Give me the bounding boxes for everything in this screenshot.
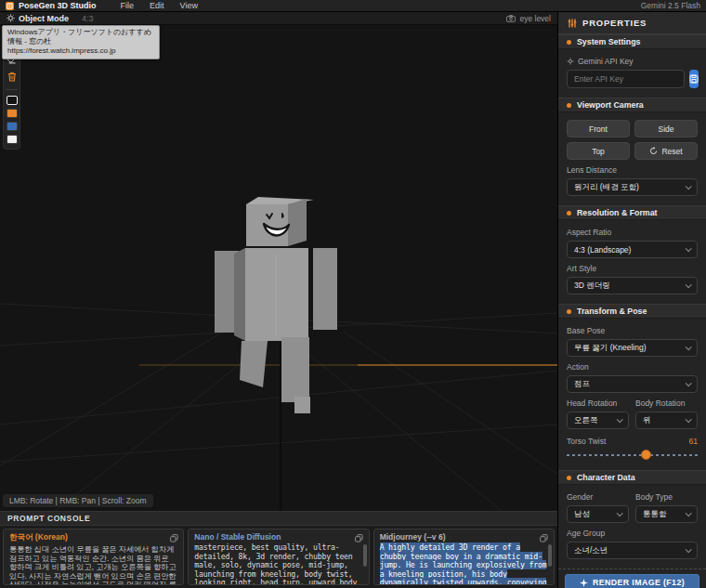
torso-twist-thumb[interactable]	[641, 450, 651, 460]
trash-icon	[7, 72, 17, 82]
eye-level-button[interactable]: eye level	[506, 14, 551, 23]
section-character-data[interactable]: Character Data	[558, 470, 706, 485]
prompt-console-title: PROMPT CONSOLE	[0, 512, 557, 526]
torso-twist-value: 61	[689, 437, 698, 446]
app-window: PoseGen 3D Studio File Edit View Gemini …	[0, 0, 706, 588]
camera-top-button[interactable]: Top	[567, 142, 630, 160]
chevron-down-icon	[686, 416, 692, 423]
scrollbar-thumb[interactable]	[548, 544, 552, 567]
prompt-label-stable-diffusion: Nano / Stable Diffusion	[194, 532, 362, 542]
color-swatch-orange[interactable]	[7, 109, 18, 118]
section-dot-icon	[567, 103, 571, 108]
chevron-down-icon	[686, 245, 692, 252]
sparkle-icon	[580, 579, 588, 587]
eye-level-label: eye level	[519, 14, 551, 23]
base-pose-select[interactable]: 무릎 꿇기 (Kneeling)	[567, 339, 698, 357]
properties-title: PROPERTIES	[582, 18, 647, 28]
aspect-ratio-select[interactable]: 4:3 (Landscape)	[567, 241, 698, 258]
scrollbar-thumb[interactable]	[363, 544, 367, 567]
body-type-label: Body Type	[635, 492, 698, 502]
menu-file[interactable]: File	[121, 1, 135, 10]
app-logo-icon	[6, 2, 14, 10]
color-swatch-white[interactable]	[7, 135, 18, 144]
gear-icon	[7, 14, 15, 22]
sliders-icon	[568, 19, 577, 28]
prompt-panel-midjourney[interactable]: Midjourney (--v 6) A highly detailed 3D …	[373, 529, 555, 585]
art-style-select[interactable]: 3D 렌더링	[567, 277, 698, 294]
body-rotation-select[interactable]: 위	[635, 412, 698, 429]
api-key-input[interactable]	[567, 70, 685, 88]
app-title: PoseGen 3D Studio	[19, 1, 97, 10]
menu-view[interactable]: View	[180, 1, 198, 10]
viewport-canvas[interactable]: Windowsアプリ・フリーソフトのおすすめ情報 - 窓の杜 https://f…	[0, 25, 557, 511]
section-viewport-camera[interactable]: Viewport Camera	[558, 98, 706, 112]
section-resolution-format[interactable]: Resolution & Format	[558, 205, 706, 220]
action-label: Action	[567, 362, 698, 372]
gear-icon	[567, 58, 574, 65]
hint-bar: LMB: Rotate | RMB: Pan | Scroll: Zoom	[3, 494, 153, 507]
lens-distance-select[interactable]: 원거리 (배경 포함)	[567, 178, 698, 196]
copy-icon	[170, 534, 178, 542]
menu-edit[interactable]: Edit	[150, 1, 164, 10]
prompt-label-midjourney: Midjourney (--v 6)	[380, 532, 548, 542]
copy-button[interactable]	[354, 532, 365, 543]
browser-tooltip: Windowsアプリ・フリーソフトのおすすめ情報 - 窓の杜 https://f…	[2, 25, 160, 59]
art-style-label: Art Style	[567, 264, 698, 273]
section-system-settings[interactable]: System Settings	[558, 34, 706, 49]
camera-icon	[506, 15, 516, 22]
copy-icon	[540, 534, 548, 542]
object-mode-label[interactable]: Object Mode	[19, 14, 69, 23]
render-image-button[interactable]: RENDER IMAGE (F12)	[565, 574, 699, 588]
camera-side-button[interactable]: Side	[634, 120, 698, 137]
character-model	[0, 25, 557, 511]
prompt-console: PROMPT CONSOLE 한국어 (Korean) 통통한 십대 소년이 무…	[0, 511, 557, 588]
delete-drawing-button[interactable]	[5, 70, 20, 84]
gender-select[interactable]: 남성	[567, 505, 629, 523]
copy-icon	[355, 534, 363, 542]
camera-front-button[interactable]: Front	[567, 120, 630, 137]
chevron-down-icon	[686, 510, 692, 516]
section-dot-icon	[567, 309, 571, 314]
prompt-panel-korean[interactable]: 한국어 (Korean) 통통한 십대 소년이 무릎을 꿇은 자세에서 힘차게 …	[3, 529, 184, 585]
chevron-down-icon	[617, 510, 623, 516]
prompt-text-selected[interactable]: A highly detailed 3D render of a chubby …	[380, 543, 548, 585]
chevron-down-icon	[686, 380, 692, 386]
prompt-label-korean: 한국어 (Korean)	[9, 532, 177, 543]
age-group-select[interactable]: 소녀/소년	[567, 542, 698, 559]
color-swatch-blue[interactable]	[7, 122, 18, 131]
chevron-down-icon	[686, 344, 692, 350]
reset-icon	[649, 147, 658, 155]
prompt-text[interactable]: masterpiece, best quality, ultra-detaile…	[194, 543, 362, 585]
base-pose-label: Base Pose	[567, 326, 698, 335]
chevron-down-icon	[686, 183, 692, 189]
action-select[interactable]: 점프	[567, 375, 698, 393]
title-bar: PoseGen 3D Studio File Edit View Gemini …	[0, 0, 706, 12]
tooltip-line1: Windowsアプリ・フリーソフトのおすすめ情報 - 窓の杜	[7, 28, 154, 46]
prompt-text[interactable]: 통통한 십대 소년이 무릎을 꿇은 자세에서 힘차게 점프하고 있는 역동적인 …	[9, 545, 177, 585]
toolbar-divider	[6, 89, 18, 90]
properties-panel: PROPERTIES System Settings Gemini API Ke…	[557, 12, 706, 588]
chevron-down-icon	[686, 281, 692, 288]
torso-twist-slider[interactable]	[567, 450, 698, 461]
lens-distance-label: Lens Distance	[567, 165, 698, 175]
prompt-panel-stable-diffusion[interactable]: Nano / Stable Diffusion masterpiece, bes…	[188, 529, 369, 585]
section-dot-icon	[567, 40, 571, 45]
copy-button[interactable]	[539, 532, 550, 543]
torso-twist-label: Torso Twist	[567, 437, 606, 446]
section-transform-pose[interactable]: Transform & Pose	[558, 304, 706, 319]
camera-reset-button[interactable]: Reset	[634, 142, 698, 160]
save-api-key-button[interactable]	[689, 70, 699, 88]
section-dot-icon	[567, 211, 571, 216]
head-rotation-select[interactable]: 오른쪽	[567, 412, 629, 429]
color-swatch-black[interactable]	[7, 96, 18, 105]
section-dot-icon	[567, 476, 571, 480]
age-group-label: Age Group	[567, 529, 698, 538]
aspect-ratio-label: Aspect Ratio	[567, 228, 698, 237]
save-icon	[689, 74, 699, 84]
body-rotation-label: Body Rotation	[635, 399, 698, 408]
gender-label: Gender	[567, 492, 629, 502]
copy-button[interactable]	[168, 532, 179, 543]
body-type-select[interactable]: 통통함	[635, 505, 698, 523]
tooltip-line2: https://forest.watch.impress.co.jp	[7, 46, 154, 56]
chevron-down-icon	[686, 546, 692, 553]
